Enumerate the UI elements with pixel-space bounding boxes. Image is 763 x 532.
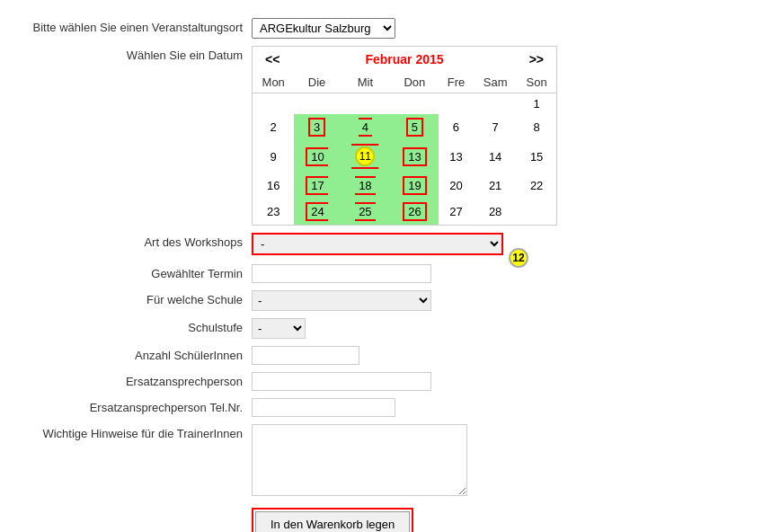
weekday-sam: Sam <box>474 72 517 93</box>
day-19[interactable]: 19 <box>391 173 439 199</box>
day-15[interactable]: 15 <box>517 140 556 173</box>
month-title: Februar 2015 <box>365 52 443 66</box>
termin-input[interactable] <box>252 264 431 283</box>
schulstufe-select[interactable]: - <box>252 318 306 339</box>
ersatz-tel-row: Ersatzansprechperson Tel.Nr. <box>18 398 745 417</box>
schule-row: Für welche Schule - <box>18 290 745 311</box>
workshop-row: Art des Workshops - 12 <box>18 233 745 255</box>
date-row: Wählen Sie ein Datum << Februar 2015 >> … <box>18 46 745 226</box>
next-month-button[interactable]: >> <box>524 50 549 68</box>
day-21[interactable]: 21 <box>474 173 517 199</box>
workshop-label: Art des Workshops <box>18 233 252 249</box>
day-25[interactable]: 25 <box>340 199 391 225</box>
termin-control <box>252 264 745 283</box>
hinweise-control <box>252 424 745 499</box>
day-empty <box>253 93 294 115</box>
btn-control: In den Warenkorb legen 13 <box>252 508 745 532</box>
day-10[interactable]: 10 <box>294 140 339 173</box>
day-16[interactable]: 16 <box>253 173 294 199</box>
anzahl-label: Anzahl SchülerInnen <box>18 346 252 362</box>
day-6[interactable]: 6 <box>439 114 474 140</box>
btn-spacer <box>18 508 252 510</box>
ersatz-label: Ersatzansprechperson <box>18 372 252 388</box>
venue-label: Bitte wählen Sie einen Veranstaltungsort <box>18 18 252 34</box>
schulstufe-row: Schulstufe - <box>18 318 745 339</box>
schulstufe-control: - <box>252 318 745 339</box>
day-13[interactable]: 13 <box>439 140 474 173</box>
week-row-2: 2 3 4 5 6 7 8 <box>253 114 556 140</box>
weekday-fre: Fre <box>439 72 474 93</box>
weekday-die: Die <box>294 72 339 93</box>
week-row-3: 9 10 11 13 13 14 <box>253 140 556 173</box>
ersatz-control <box>252 372 745 391</box>
day-26[interactable]: 26 <box>391 199 439 225</box>
day-2[interactable]: 2 <box>253 114 294 140</box>
day-empty <box>439 93 474 115</box>
weekday-header-row: Mon Die Mit Don Fre Sam Son <box>253 72 556 93</box>
day-4[interactable]: 4 <box>340 114 391 140</box>
day-empty-end <box>517 199 556 225</box>
day-17[interactable]: 17 <box>294 173 339 199</box>
weekday-mit: Mit <box>340 72 391 93</box>
workshop-control: - 12 <box>252 233 745 255</box>
week-row-4: 16 17 18 19 20 21 22 <box>253 173 556 199</box>
ersatz-tel-input[interactable] <box>252 398 395 417</box>
ersatz-row: Ersatzansprechperson <box>18 372 745 391</box>
venue-select[interactable]: ARGEkultur Salzburg <box>252 18 395 39</box>
schule-control: - <box>252 290 745 311</box>
weekday-son: Son <box>517 72 556 93</box>
termin-row: Gewählter Termin <box>18 264 745 283</box>
termin-label: Gewählter Termin <box>18 264 252 280</box>
anzahl-control <box>252 346 745 365</box>
day-7[interactable]: 7 <box>474 114 517 140</box>
weekday-don: Don <box>391 72 439 93</box>
day-14[interactable]: 14 <box>474 140 517 173</box>
warenkorb-button[interactable]: In den Warenkorb legen <box>255 511 410 532</box>
anzahl-row: Anzahl SchülerInnen <box>18 346 745 365</box>
day-28[interactable]: 28 <box>474 199 517 225</box>
day-23[interactable]: 23 <box>253 199 294 225</box>
week-row-5: 23 24 25 26 27 28 <box>253 199 556 225</box>
ersatz-input[interactable] <box>252 372 431 391</box>
day-1[interactable]: 1 <box>517 93 556 115</box>
day-22[interactable]: 22 <box>517 173 556 199</box>
day-3[interactable]: 3 <box>294 114 339 140</box>
calendar: << Februar 2015 >> Mon Die Mit Don Fre S… <box>252 46 557 226</box>
weekday-mon: Mon <box>253 72 294 93</box>
workshop-select[interactable]: - <box>252 233 503 255</box>
day-empty <box>340 93 391 115</box>
day-empty <box>294 93 339 115</box>
schule-label: Für welche Schule <box>18 290 252 306</box>
day-empty <box>391 93 439 115</box>
today-badge: 11 <box>355 146 375 166</box>
badge-12: 12 <box>509 248 528 268</box>
ersatz-tel-label: Ersatzansprechperson Tel.Nr. <box>18 398 252 414</box>
day-20[interactable]: 20 <box>439 173 474 199</box>
hinweise-label: Wichtige Hinweise für die TrainerInnen <box>18 424 252 440</box>
day-24[interactable]: 24 <box>294 199 339 225</box>
calendar-grid: Mon Die Mit Don Fre Sam Son <box>253 72 556 225</box>
day-empty <box>474 93 517 115</box>
ersatz-tel-control <box>252 398 745 417</box>
week-row-1: 1 <box>253 93 556 115</box>
venue-row: Bitte wählen Sie einen Veranstaltungsort… <box>18 18 745 39</box>
schule-select[interactable]: - <box>252 290 431 311</box>
date-label: Wählen Sie ein Datum <box>18 46 252 62</box>
venue-control: ARGEkultur Salzburg <box>252 18 745 39</box>
day-9[interactable]: 9 <box>253 140 294 173</box>
anzahl-input[interactable] <box>252 346 359 365</box>
schulstufe-label: Schulstufe <box>18 318 252 334</box>
day-27[interactable]: 27 <box>439 199 474 225</box>
day-11[interactable]: 11 <box>340 140 391 173</box>
day-12[interactable]: 13 <box>391 140 439 173</box>
hinweise-textarea[interactable] <box>252 424 467 496</box>
day-5[interactable]: 5 <box>391 114 439 140</box>
calendar-header: << Februar 2015 >> <box>253 47 556 72</box>
btn-row: In den Warenkorb legen 13 <box>18 508 745 532</box>
hinweise-row: Wichtige Hinweise für die TrainerInnen <box>18 424 745 499</box>
day-18[interactable]: 18 <box>340 173 391 199</box>
prev-month-button[interactable]: << <box>260 50 285 68</box>
day-8[interactable]: 8 <box>517 114 556 140</box>
calendar-control: << Februar 2015 >> Mon Die Mit Don Fre S… <box>252 46 745 226</box>
